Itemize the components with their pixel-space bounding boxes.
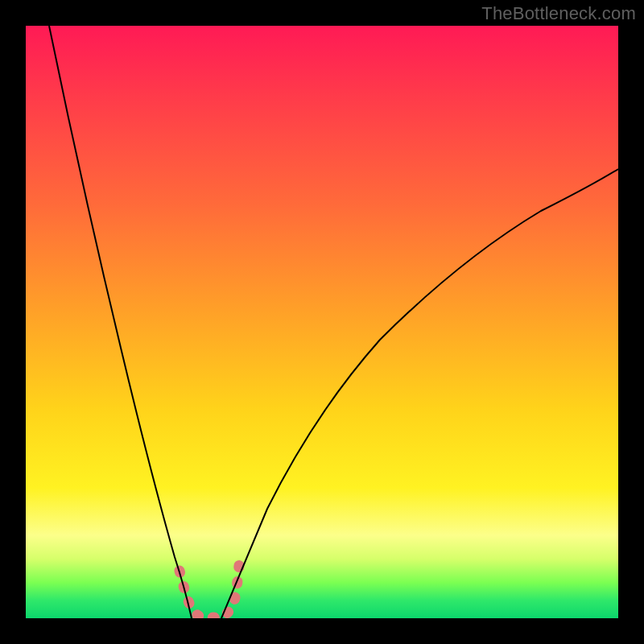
- left-branch-curve: [49, 26, 192, 618]
- right-branch-curve: [221, 169, 618, 618]
- curves-svg: [26, 26, 618, 618]
- plot-area: [26, 26, 618, 618]
- watermark-text: TheBottleneck.com: [481, 3, 636, 24]
- bottleneck-highlight: [180, 565, 239, 617]
- chart-frame: TheBottleneck.com: [0, 0, 644, 644]
